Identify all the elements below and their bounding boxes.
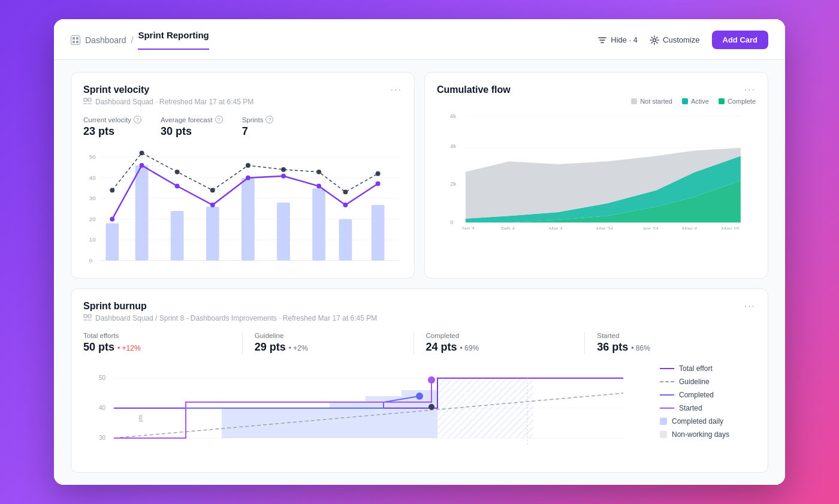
svg-rect-6 bbox=[88, 98, 91, 101]
content-area: Sprint velocity ··· Dashboard Squad · Re… bbox=[54, 60, 785, 485]
total-effort-line-icon bbox=[660, 368, 674, 369]
svg-text:30: 30 bbox=[99, 434, 106, 441]
cf-more-button[interactable]: ··· bbox=[744, 84, 756, 95]
svg-point-45 bbox=[376, 182, 381, 186]
svg-text:pts: pts bbox=[137, 414, 143, 422]
svg-point-44 bbox=[343, 203, 348, 207]
svg-text:40: 40 bbox=[89, 174, 96, 181]
svg-text:30: 30 bbox=[89, 195, 96, 201]
svg-rect-5 bbox=[84, 98, 87, 101]
svg-point-39 bbox=[175, 184, 180, 189]
bl-total-effort: Total effort bbox=[660, 364, 756, 373]
svg-rect-27 bbox=[372, 205, 385, 261]
af-info[interactable]: ? bbox=[215, 116, 223, 123]
gear-icon bbox=[650, 35, 659, 45]
svg-rect-22 bbox=[206, 207, 219, 261]
svg-text:20: 20 bbox=[89, 216, 96, 222]
cv-info[interactable]: ? bbox=[134, 116, 141, 123]
svg-rect-24 bbox=[277, 203, 290, 261]
breadcrumb-parent[interactable]: Dashboard bbox=[85, 35, 126, 45]
bl-started: Started bbox=[660, 404, 756, 412]
completed-line-icon bbox=[660, 394, 674, 396]
burnup-legend: Total effort Guideline Completed Started bbox=[660, 362, 756, 460]
svg-text:Sep 15: Sep 15 bbox=[368, 265, 387, 266]
hide-button[interactable]: Hide · 4 bbox=[597, 35, 638, 45]
svg-text:Sep 12: Sep 12 bbox=[309, 265, 327, 266]
svg-rect-23 bbox=[242, 178, 255, 261]
customize-button[interactable]: Customize bbox=[650, 35, 699, 45]
burnup-started: Started 36 pts • 86% bbox=[597, 332, 756, 354]
svg-point-30 bbox=[175, 170, 180, 174]
svg-text:Aug 8: Aug 8 bbox=[134, 265, 150, 266]
main-window: Dashboard / Sprint Reporting Hide · 4 Cu… bbox=[54, 19, 785, 485]
burnup-total-efforts: Total efforts 50 pts • +12% bbox=[83, 332, 243, 354]
sv-avg-forecast: Average forecast ? 30 pts bbox=[161, 116, 223, 138]
svg-rect-20 bbox=[135, 165, 149, 261]
not-started-dot bbox=[631, 98, 637, 104]
svg-text:Aug 15: Aug 15 bbox=[168, 265, 187, 266]
svg-text:0: 0 bbox=[89, 257, 93, 264]
svg-point-41 bbox=[246, 176, 251, 180]
svg-text:Sep 5: Sep 5 bbox=[272, 265, 288, 266]
cf-legend-complete: Complete bbox=[719, 98, 756, 105]
sv-sprints: Sprints ? 7 bbox=[242, 116, 274, 138]
burnup-body: 30 40 50 bbox=[83, 362, 756, 460]
burnup-card-header: Sprint burnup ··· bbox=[83, 301, 756, 312]
svg-point-31 bbox=[210, 188, 215, 192]
svg-text:Mar 24: Mar 24 bbox=[596, 226, 613, 230]
burnup-metrics: Total efforts 50 pts • +12% Guideline 29… bbox=[83, 332, 756, 354]
svg-rect-1 bbox=[76, 37, 79, 40]
svg-point-43 bbox=[316, 184, 321, 189]
burnup-more-button[interactable]: ··· bbox=[744, 301, 756, 312]
svg-point-4 bbox=[653, 38, 656, 41]
header-actions: Hide · 4 Customize Add Card bbox=[597, 31, 768, 59]
add-card-button[interactable]: Add Card bbox=[712, 31, 769, 49]
sv-subtitle: Dashboard Squad · Refreshed Mar 17 at 6:… bbox=[83, 98, 402, 106]
svg-text:4k: 4k bbox=[450, 143, 456, 149]
burnup-title: Sprint burnup bbox=[83, 301, 147, 312]
bl-completed-daily: Completed daily bbox=[660, 417, 756, 425]
svg-rect-70 bbox=[84, 315, 87, 318]
svg-point-33 bbox=[281, 167, 286, 172]
svg-point-29 bbox=[140, 150, 144, 155]
sv-more-button[interactable]: ··· bbox=[391, 84, 402, 95]
svg-rect-26 bbox=[339, 219, 352, 261]
svg-point-36 bbox=[376, 171, 381, 176]
active-dot bbox=[682, 98, 688, 104]
svg-point-92 bbox=[428, 404, 434, 410]
top-row: Sprint velocity ··· Dashboard Squad · Re… bbox=[71, 72, 768, 279]
sv-chart-svg: 0 10 20 30 40 50 bbox=[83, 146, 402, 266]
breadcrumb-separator: / bbox=[131, 35, 134, 45]
svg-point-28 bbox=[110, 188, 114, 192]
svg-text:0: 0 bbox=[450, 219, 453, 225]
svg-rect-71 bbox=[88, 315, 91, 318]
svg-text:50: 50 bbox=[89, 153, 96, 160]
svg-text:Jan 3: Jan 3 bbox=[461, 226, 475, 230]
svg-text:40: 40 bbox=[99, 405, 106, 411]
cumulative-flow-card: Cumulative flow ··· Not started Active C… bbox=[424, 72, 768, 279]
page-title: Sprint Reporting bbox=[138, 30, 209, 50]
svg-point-35 bbox=[343, 189, 348, 194]
bl-guideline: Guideline bbox=[660, 378, 756, 386]
svg-text:May 15: May 15 bbox=[722, 226, 740, 230]
sp-value: 7 bbox=[242, 125, 274, 138]
svg-point-37 bbox=[110, 217, 114, 222]
grid-icon bbox=[71, 35, 80, 45]
sp-info[interactable]: ? bbox=[265, 116, 273, 123]
svg-rect-21 bbox=[171, 211, 184, 261]
svg-point-34 bbox=[316, 170, 321, 174]
breadcrumb: Dashboard / Sprint Reporting bbox=[71, 30, 209, 59]
guideline-dash-icon bbox=[660, 381, 674, 382]
svg-text:6k: 6k bbox=[450, 113, 456, 119]
svg-point-42 bbox=[281, 174, 286, 179]
svg-text:50: 50 bbox=[99, 375, 106, 381]
svg-rect-19 bbox=[105, 224, 119, 261]
svg-point-91 bbox=[416, 393, 423, 400]
svg-point-38 bbox=[140, 163, 144, 168]
burnup-dashboard-icon bbox=[83, 314, 92, 322]
hide-icon bbox=[597, 35, 607, 45]
sv-metrics: Current velocity ? 23 pts Average foreca… bbox=[83, 116, 402, 138]
svg-point-90 bbox=[428, 376, 435, 384]
burnup-completed: Completed 24 pts • 69% bbox=[426, 332, 586, 354]
cf-legend-not-started: Not started bbox=[631, 98, 672, 105]
